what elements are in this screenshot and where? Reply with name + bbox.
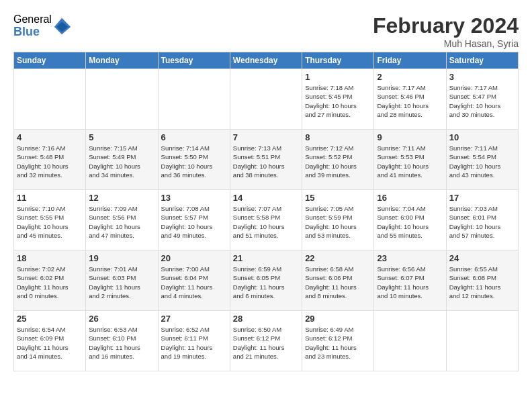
calendar-cell: 10Sunrise: 7:11 AMSunset: 5:54 PMDayligh… <box>446 130 518 190</box>
month-year: February 2024 <box>373 13 519 38</box>
page-header: General Blue February 2024 Muh Hasan, Sy… <box>13 13 519 49</box>
day-info: Sunrise: 7:02 AMSunset: 6:02 PMDaylight:… <box>17 265 83 300</box>
day-info: Sunrise: 7:18 AMSunset: 5:45 PMDaylight:… <box>305 83 371 119</box>
day-info: Sunrise: 6:52 AMSunset: 6:11 PMDaylight:… <box>161 325 227 361</box>
calendar-cell: 19Sunrise: 7:01 AMSunset: 6:03 PMDayligh… <box>86 250 158 311</box>
day-number: 15 <box>305 193 371 203</box>
calendar-cell: 29Sunrise: 6:49 AMSunset: 6:12 PMDayligh… <box>302 311 374 371</box>
calendar-cell: 21Sunrise: 6:59 AMSunset: 6:05 PMDayligh… <box>230 250 302 311</box>
day-info: Sunrise: 6:50 AMSunset: 6:12 PMDaylight:… <box>233 325 299 361</box>
col-header-sunday: Sunday <box>14 52 86 69</box>
day-number: 27 <box>161 314 227 324</box>
calendar-cell <box>230 69 302 130</box>
day-number: 13 <box>161 193 227 203</box>
day-number: 21 <box>233 253 299 263</box>
day-info: Sunrise: 6:55 AMSunset: 6:08 PMDaylight:… <box>449 265 515 300</box>
day-info: Sunrise: 7:13 AMSunset: 5:51 PMDaylight:… <box>233 144 299 179</box>
calendar-cell: 15Sunrise: 7:05 AMSunset: 5:59 PMDayligh… <box>302 190 374 250</box>
calendar-cell: 11Sunrise: 7:10 AMSunset: 5:55 PMDayligh… <box>14 190 86 250</box>
calendar-week-1: 1Sunrise: 7:18 AMSunset: 5:45 PMDaylight… <box>14 69 519 130</box>
calendar-cell: 2Sunrise: 7:17 AMSunset: 5:46 PMDaylight… <box>374 69 446 130</box>
calendar-cell: 1Sunrise: 7:18 AMSunset: 5:45 PMDaylight… <box>302 69 374 130</box>
logo-icon <box>53 17 72 36</box>
title-block: February 2024 Muh Hasan, Syria <box>373 13 519 49</box>
day-number: 19 <box>89 253 154 263</box>
col-header-tuesday: Tuesday <box>158 52 230 69</box>
day-number: 20 <box>161 253 227 263</box>
day-number: 26 <box>89 314 154 324</box>
day-number: 1 <box>305 72 371 82</box>
day-number: 10 <box>449 132 515 142</box>
day-number: 2 <box>377 72 443 82</box>
day-info: Sunrise: 6:49 AMSunset: 6:12 PMDaylight:… <box>305 325 371 361</box>
day-info: Sunrise: 7:07 AMSunset: 5:58 PMDaylight:… <box>233 204 299 240</box>
day-number: 16 <box>377 193 443 203</box>
day-info: Sunrise: 6:53 AMSunset: 6:10 PMDaylight:… <box>89 325 154 361</box>
col-header-saturday: Saturday <box>446 52 518 69</box>
calendar-cell <box>446 311 518 371</box>
col-header-thursday: Thursday <box>302 52 374 69</box>
location: Muh Hasan, Syria <box>373 38 519 49</box>
day-number: 17 <box>449 193 515 203</box>
logo: General Blue <box>13 13 72 38</box>
calendar-cell: 18Sunrise: 7:02 AMSunset: 6:02 PMDayligh… <box>14 250 86 311</box>
day-number: 25 <box>17 314 83 324</box>
day-info: Sunrise: 6:59 AMSunset: 6:05 PMDaylight:… <box>233 265 299 300</box>
calendar-cell <box>374 311 446 371</box>
logo-blue: Blue <box>13 26 52 39</box>
day-info: Sunrise: 6:56 AMSunset: 6:07 PMDaylight:… <box>377 265 443 300</box>
calendar-cell: 6Sunrise: 7:14 AMSunset: 5:50 PMDaylight… <box>158 130 230 190</box>
calendar-cell: 3Sunrise: 7:17 AMSunset: 5:47 PMDaylight… <box>446 69 518 130</box>
calendar-week-2: 4Sunrise: 7:16 AMSunset: 5:48 PMDaylight… <box>14 130 519 190</box>
calendar-cell: 5Sunrise: 7:15 AMSunset: 5:49 PMDaylight… <box>86 130 158 190</box>
day-number: 24 <box>449 253 515 263</box>
calendar-cell: 28Sunrise: 6:50 AMSunset: 6:12 PMDayligh… <box>230 311 302 371</box>
calendar-cell <box>86 69 158 130</box>
day-number: 23 <box>377 253 443 263</box>
col-header-wednesday: Wednesday <box>230 52 302 69</box>
day-number: 7 <box>233 132 299 142</box>
day-number: 8 <box>305 132 371 142</box>
calendar-cell <box>14 69 86 130</box>
day-number: 29 <box>305 314 371 324</box>
calendar-cell: 22Sunrise: 6:58 AMSunset: 6:06 PMDayligh… <box>302 250 374 311</box>
logo-general: General <box>13 13 52 26</box>
day-info: Sunrise: 7:11 AMSunset: 5:53 PMDaylight:… <box>377 144 443 179</box>
day-number: 14 <box>233 193 299 203</box>
calendar-cell: 17Sunrise: 7:03 AMSunset: 6:01 PMDayligh… <box>446 190 518 250</box>
calendar-cell: 23Sunrise: 6:56 AMSunset: 6:07 PMDayligh… <box>374 250 446 311</box>
day-info: Sunrise: 6:54 AMSunset: 6:09 PMDaylight:… <box>17 325 83 361</box>
calendar-week-3: 11Sunrise: 7:10 AMSunset: 5:55 PMDayligh… <box>14 190 519 250</box>
day-info: Sunrise: 7:16 AMSunset: 5:48 PMDaylight:… <box>17 144 83 179</box>
calendar-header-row: SundayMondayTuesdayWednesdayThursdayFrid… <box>14 52 519 69</box>
calendar-cell: 27Sunrise: 6:52 AMSunset: 6:11 PMDayligh… <box>158 311 230 371</box>
col-header-monday: Monday <box>86 52 158 69</box>
calendar-cell: 24Sunrise: 6:55 AMSunset: 6:08 PMDayligh… <box>446 250 518 311</box>
day-number: 28 <box>233 314 299 324</box>
day-info: Sunrise: 7:11 AMSunset: 5:54 PMDaylight:… <box>449 144 515 179</box>
calendar-week-5: 25Sunrise: 6:54 AMSunset: 6:09 PMDayligh… <box>14 311 519 371</box>
col-header-friday: Friday <box>374 52 446 69</box>
day-info: Sunrise: 7:17 AMSunset: 5:46 PMDaylight:… <box>377 83 443 119</box>
calendar-cell: 16Sunrise: 7:04 AMSunset: 6:00 PMDayligh… <box>374 190 446 250</box>
day-info: Sunrise: 7:04 AMSunset: 6:00 PMDaylight:… <box>377 204 443 240</box>
day-info: Sunrise: 7:01 AMSunset: 6:03 PMDaylight:… <box>89 265 154 300</box>
day-number: 9 <box>377 132 443 142</box>
calendar-cell: 7Sunrise: 7:13 AMSunset: 5:51 PMDaylight… <box>230 130 302 190</box>
calendar-table: SundayMondayTuesdayWednesdayThursdayFrid… <box>13 52 519 371</box>
day-number: 12 <box>89 193 154 203</box>
day-info: Sunrise: 6:58 AMSunset: 6:06 PMDaylight:… <box>305 265 371 300</box>
calendar-cell: 14Sunrise: 7:07 AMSunset: 5:58 PMDayligh… <box>230 190 302 250</box>
calendar-cell: 4Sunrise: 7:16 AMSunset: 5:48 PMDaylight… <box>14 130 86 190</box>
day-number: 6 <box>161 132 227 142</box>
day-info: Sunrise: 7:12 AMSunset: 5:52 PMDaylight:… <box>305 144 371 179</box>
calendar-cell <box>158 69 230 130</box>
day-info: Sunrise: 7:17 AMSunset: 5:47 PMDaylight:… <box>449 83 515 119</box>
day-info: Sunrise: 7:03 AMSunset: 6:01 PMDaylight:… <box>449 204 515 240</box>
calendar-cell: 8Sunrise: 7:12 AMSunset: 5:52 PMDaylight… <box>302 130 374 190</box>
day-number: 18 <box>17 253 83 263</box>
calendar-week-4: 18Sunrise: 7:02 AMSunset: 6:02 PMDayligh… <box>14 250 519 311</box>
day-info: Sunrise: 7:10 AMSunset: 5:55 PMDaylight:… <box>17 204 83 240</box>
day-info: Sunrise: 7:05 AMSunset: 5:59 PMDaylight:… <box>305 204 371 240</box>
day-info: Sunrise: 7:00 AMSunset: 6:04 PMDaylight:… <box>161 265 227 300</box>
